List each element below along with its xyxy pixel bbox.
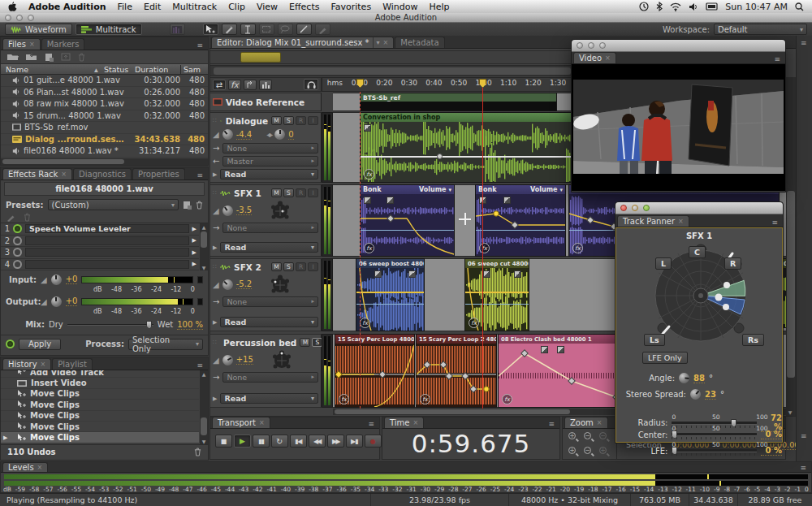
pause-button[interactable]: ▮▮ bbox=[253, 435, 270, 448]
loop-playback-button[interactable]: ↻ bbox=[271, 435, 288, 448]
sfx1-volume-knob[interactable] bbox=[222, 205, 233, 216]
sends-icon[interactable] bbox=[244, 80, 257, 90]
wifi-icon[interactable] bbox=[670, 2, 681, 11]
presets-dropdown[interactable]: (Custom)▾ bbox=[48, 199, 179, 210]
menu-item[interactable]: Effects bbox=[289, 2, 319, 12]
close-icon[interactable]: × bbox=[61, 169, 67, 179]
dialogue-volume-value[interactable]: -4.4 bbox=[236, 130, 253, 140]
play-button[interactable]: ▶ bbox=[234, 435, 251, 448]
dialogue-pan-value[interactable]: 0 bbox=[288, 130, 293, 140]
right-surround-button[interactable]: Rs bbox=[742, 334, 764, 346]
tab-effects-rack[interactable]: Effects Rack× bbox=[2, 168, 72, 179]
right-speaker-button[interactable]: R bbox=[724, 257, 741, 270]
file-row[interactable]: 08 raw mix 48000 1.wav0:32.000480 bbox=[1, 98, 208, 110]
mix-slider[interactable] bbox=[67, 321, 153, 329]
close-icon[interactable]: × bbox=[29, 39, 35, 50]
solo-button[interactable]: S bbox=[283, 116, 294, 125]
zoom-out-icon[interactable]: − bbox=[583, 431, 595, 443]
effect-options-icon[interactable]: ▶ bbox=[192, 261, 197, 267]
panel-menu-icon[interactable]: ≡ bbox=[365, 420, 378, 428]
close-icon[interactable]: × bbox=[412, 417, 418, 428]
effect-power-icon[interactable] bbox=[13, 248, 22, 257]
file-row[interactable]: file0168 48000 1.wav *31:34.217480 bbox=[1, 145, 208, 158]
panner-window-titlebar[interactable] bbox=[615, 202, 783, 214]
track-header-sfx2[interactable]: ∷ SFX 2 M S R I ◢ -5.2 →None▸ ▶Read▾ bbox=[209, 258, 322, 331]
clip-fx-badge[interactable]: fx bbox=[572, 243, 583, 253]
zoom-in-icon[interactable]: + bbox=[568, 431, 580, 443]
file-row[interactable]: 06 Pian...st 48000 1.wav0:26.000480 bbox=[1, 87, 208, 99]
sfx2-volume-value[interactable]: -5.2 bbox=[236, 279, 253, 289]
video-window-titlebar[interactable] bbox=[572, 40, 785, 52]
slip-tool-button[interactable] bbox=[296, 24, 312, 35]
angle-knob[interactable] bbox=[679, 373, 689, 383]
clip-fx-badge[interactable]: fx bbox=[364, 243, 374, 253]
open-file-icon[interactable] bbox=[7, 53, 19, 61]
mute-button[interactable]: M bbox=[271, 188, 282, 197]
clip-sweep-boost[interactable]: 06 sweep boost 48000 1 fx bbox=[356, 258, 425, 331]
tab-levels[interactable]: Levels× bbox=[2, 462, 48, 472]
perc-volume-knob[interactable] bbox=[222, 355, 233, 365]
file-row[interactable]: BTS-Sb_ref.mov bbox=[1, 122, 208, 134]
mute-button[interactable]: M bbox=[271, 116, 282, 125]
envelope-node[interactable] bbox=[437, 154, 443, 159]
history-item[interactable]: Insert Video bbox=[1, 378, 199, 388]
clip-fx-badge[interactable]: fx bbox=[502, 394, 512, 404]
effect-slot-1[interactable]: 1Speech Volume Leveler▶ bbox=[1, 223, 199, 236]
history-item[interactable]: Move Clips bbox=[1, 422, 199, 432]
center-slider[interactable]: 050100 bbox=[672, 433, 756, 436]
editor-vertical-scrollbar[interactable]: ▼ bbox=[786, 77, 796, 416]
window-title-bar[interactable]: Adobe Audition bbox=[0, 13, 812, 23]
panel-menu-icon[interactable]: ≡ bbox=[193, 41, 206, 50]
tab-time[interactable]: Time× bbox=[384, 417, 424, 428]
stop-button[interactable]: ■ bbox=[215, 435, 232, 448]
effect-power-icon[interactable] bbox=[13, 236, 22, 245]
spread-value[interactable]: 23 bbox=[705, 390, 716, 400]
clip-bonk-2[interactable]: BonkVolume▾ fx bbox=[475, 184, 566, 257]
clip-bonk-1[interactable]: BonkVolume▾ fx bbox=[360, 184, 455, 257]
import-file-icon[interactable] bbox=[26, 53, 37, 61]
panel-menu-icon[interactable]: ≡ bbox=[545, 420, 558, 428]
menu-item[interactable]: Multitrack bbox=[172, 2, 217, 12]
sync-status-icon[interactable] bbox=[639, 2, 649, 11]
automation-disclosure-icon[interactable]: ▶ bbox=[213, 319, 217, 326]
monitor-headphones-icon[interactable] bbox=[304, 79, 318, 90]
volume-icon[interactable] bbox=[689, 2, 698, 11]
multitrack-view-button[interactable]: Multitrack bbox=[76, 24, 142, 35]
new-content-icon[interactable] bbox=[45, 53, 54, 62]
close-icon[interactable]: × bbox=[597, 417, 603, 428]
automation-disclosure-icon[interactable]: ▶ bbox=[213, 396, 217, 402]
history-item[interactable]: Move Clips bbox=[1, 400, 199, 410]
clip-fx-badge[interactable]: fx bbox=[469, 318, 479, 328]
clip-envelope-menu[interactable]: Volume bbox=[530, 186, 557, 193]
menu-item[interactable]: Clip bbox=[228, 2, 245, 12]
drag-handle-icon[interactable]: ∷ bbox=[213, 189, 217, 197]
clear-history-icon[interactable] bbox=[194, 448, 201, 456]
effect-slot-3[interactable]: 3▶ bbox=[1, 247, 199, 259]
rack-power-icon[interactable] bbox=[6, 339, 15, 348]
menu-clock[interactable]: Sun 10:47 AM bbox=[725, 2, 788, 12]
perc-input-dropdown[interactable]: None▸ bbox=[222, 372, 318, 383]
surround-panner-icon[interactable] bbox=[270, 350, 294, 370]
close-window-icon[interactable] bbox=[620, 205, 627, 211]
menu-item[interactable]: File bbox=[118, 2, 132, 12]
video-window[interactable]: Video×≡ bbox=[571, 39, 786, 192]
clip-fx-badge[interactable]: fx bbox=[479, 243, 490, 253]
tab-diagnostics[interactable]: Diagnostics bbox=[73, 168, 132, 179]
input-gain-value[interactable]: +0 bbox=[66, 275, 78, 284]
col-duration[interactable]: Duration bbox=[135, 65, 180, 74]
close-icon[interactable]: × bbox=[605, 53, 611, 63]
mix-wet-value[interactable]: 100 % bbox=[177, 320, 203, 330]
time-display[interactable]: 0:59.675 bbox=[382, 429, 559, 458]
time-selection-tool-button[interactable] bbox=[240, 24, 256, 35]
rack-scrollbar[interactable]: ▲▼ bbox=[200, 223, 208, 270]
mute-button[interactable]: M bbox=[300, 338, 310, 347]
tab-zoom[interactable]: Zoom× bbox=[564, 417, 608, 428]
files-column-header[interactable]: Name ▴ Status Duration Sam bbox=[1, 64, 208, 75]
dialogue-automation-dropdown[interactable]: Read▾ bbox=[220, 169, 318, 179]
bluetooth-icon[interactable] bbox=[656, 2, 663, 11]
history-item[interactable]: Move Clips bbox=[1, 389, 199, 400]
track-header-video-reference[interactable]: Video Reference bbox=[209, 93, 322, 111]
minimize-window-icon[interactable] bbox=[632, 205, 638, 211]
panel-menu-icon[interactable]: ≡ bbox=[193, 361, 206, 370]
history-item[interactable]: Add Video Track bbox=[1, 370, 199, 378]
